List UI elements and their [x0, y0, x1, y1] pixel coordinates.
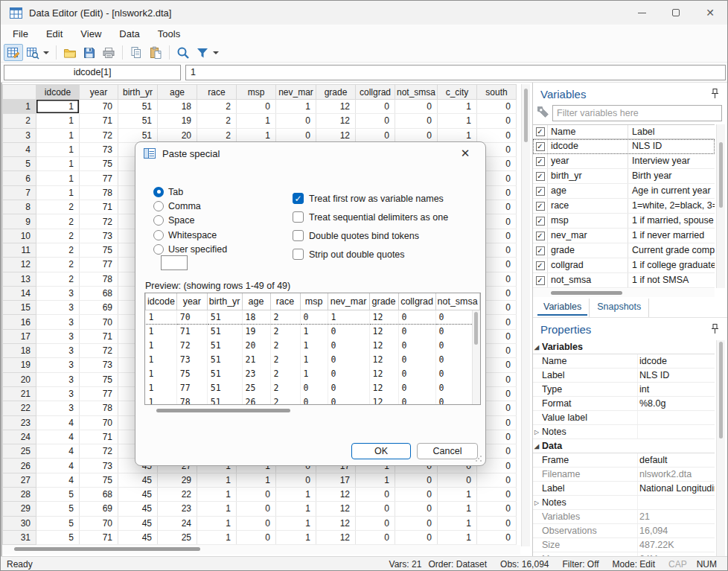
grid-cell[interactable]: 73	[80, 142, 118, 156]
find-button[interactable]	[173, 44, 193, 61]
grid-cell[interactable]: 1	[36, 185, 80, 200]
wrench-icon[interactable]	[537, 106, 550, 119]
variable-checkbox[interactable]: ✓	[536, 172, 545, 181]
variable-checkbox-cell[interactable]: ✓	[533, 273, 548, 287]
grid-cell[interactable]: 17	[316, 473, 356, 487]
column-header-msp[interactable]: msp	[237, 85, 276, 100]
grid-cell[interactable]: 3	[36, 344, 80, 358]
grid-cell[interactable]: 1	[438, 488, 477, 502]
ok-button[interactable]: OK	[351, 443, 411, 459]
variable-row-collgrad[interactable]: ✓collgrad1 if college graduate	[533, 258, 715, 273]
row-header[interactable]: 16	[3, 315, 36, 329]
column-header-south[interactable]: south	[477, 85, 517, 100]
variable-checkbox[interactable]: ✓	[536, 261, 545, 270]
grid-cell[interactable]: 0	[237, 488, 276, 502]
grid-cell[interactable]: 70	[80, 100, 118, 114]
expand-triangle-icon[interactable]: ▷	[533, 429, 542, 436]
row-header[interactable]: 25	[3, 444, 36, 459]
grid-cell[interactable]: 12	[316, 128, 356, 142]
variable-checkbox-cell[interactable]: ✓	[533, 199, 548, 213]
grid-cell[interactable]: 3	[36, 386, 80, 401]
grid-cell[interactable]: 71	[80, 530, 118, 544]
grid-cell[interactable]: 4	[36, 473, 80, 487]
column-header-grade[interactable]: grade	[316, 85, 356, 100]
grid-cell[interactable]: 72	[80, 444, 118, 459]
grid-cell[interactable]: 71	[80, 114, 118, 128]
row-header[interactable]: 5	[3, 157, 36, 171]
grid-cell[interactable]: 68	[80, 488, 118, 502]
variables-horizontal-scrollbar[interactable]	[533, 289, 715, 297]
grid-cell[interactable]: 5	[36, 502, 80, 516]
row-header[interactable]: 20	[3, 372, 36, 386]
grid-cell[interactable]: 1	[36, 128, 80, 142]
variable-checkbox-cell[interactable]: ✓	[533, 214, 548, 228]
preview-horizontal-scrollbar[interactable]	[144, 406, 481, 415]
row-header[interactable]: 3	[3, 128, 36, 142]
scroll-thumb[interactable]	[524, 89, 528, 142]
grid-cell[interactable]: 1	[356, 473, 395, 487]
variable-checkbox[interactable]: ✓	[536, 202, 545, 211]
cancel-button[interactable]: Cancel	[417, 443, 478, 459]
grid-cell[interactable]: 0	[477, 530, 517, 544]
grid-cell[interactable]: 2	[36, 258, 80, 272]
filter-dropdown-caret[interactable]	[213, 51, 219, 54]
variable-checkbox-cell[interactable]: ✓	[533, 258, 548, 272]
grid-cell[interactable]: 1	[197, 473, 237, 487]
grid-cell[interactable]: 78	[80, 272, 118, 286]
paste-option[interactable]: Double quotes bind tokens	[293, 226, 448, 245]
checkbox[interactable]	[293, 211, 304, 223]
column-header-year[interactable]: year	[80, 85, 118, 100]
row-header[interactable]: 10	[3, 229, 36, 243]
collapse-triangle-icon[interactable]: ◢	[533, 443, 542, 450]
browse-data-button[interactable]	[23, 44, 42, 61]
column-header-not_smsa[interactable]: not_smsa	[395, 85, 438, 100]
grid-cell[interactable]: 0	[356, 502, 395, 516]
grid-cell[interactable]: 68	[80, 286, 118, 300]
column-header-race[interactable]: race	[197, 85, 237, 100]
variable-checkbox[interactable]: ✓	[536, 276, 545, 285]
scroll-thumb[interactable]	[719, 342, 723, 438]
variable-checkbox-cell[interactable]: ✓	[533, 169, 548, 183]
variable-checkbox[interactable]: ✓	[536, 142, 545, 151]
grid-cell[interactable]: 2	[197, 114, 237, 128]
grid-cell[interactable]: 4	[36, 459, 80, 473]
property-value[interactable]	[637, 425, 715, 438]
grid-cell[interactable]: 45	[118, 473, 158, 487]
grid-cell[interactable]: 77	[80, 171, 118, 185]
column-header-collgrad[interactable]: collgrad	[356, 85, 395, 100]
row-header[interactable]: 7	[3, 185, 36, 200]
dialog-resize-grip[interactable]	[474, 454, 482, 462]
property-section-variables[interactable]: ◢Variables	[533, 340, 715, 354]
print-button[interactable]	[99, 44, 118, 61]
grid-cell[interactable]: 72	[80, 128, 118, 142]
paste-option[interactable]: Treat sequential delimiters as one	[293, 208, 448, 226]
variable-row-nev_mar[interactable]: ✓nev_mar1 if never married	[533, 229, 715, 243]
property-section-data[interactable]: ◢Data	[533, 439, 715, 453]
minimize-button[interactable]	[625, 1, 659, 25]
select-all-checkbox[interactable]: ✓	[536, 127, 545, 136]
grid-horizontal-scrollbar[interactable]	[2, 545, 520, 555]
grid-cell[interactable]: 77	[80, 386, 118, 401]
grid-cell[interactable]: 1	[438, 100, 477, 114]
delimiter-option-space[interactable]: Space	[153, 214, 227, 228]
grid-cell[interactable]: 3	[36, 315, 80, 329]
variable-checkbox-cell[interactable]: ✓	[533, 184, 548, 198]
radio-button[interactable]	[153, 244, 164, 255]
grid-cell[interactable]: 0	[356, 488, 395, 502]
property-value[interactable]: idcode	[637, 354, 715, 368]
grid-cell[interactable]: 78	[80, 185, 118, 200]
paste-option[interactable]: Strip out double quotes	[293, 245, 448, 264]
menu-data[interactable]: Data	[110, 26, 148, 42]
grid-cell[interactable]: 5	[36, 488, 80, 502]
grid-cell[interactable]: 73	[80, 459, 118, 473]
row-header[interactable]: 21	[3, 386, 36, 401]
user-specified-delimiter-input[interactable]	[161, 255, 188, 270]
row-header[interactable]: 6	[3, 171, 36, 185]
grid-cell[interactable]: 75	[80, 372, 118, 386]
grid-cell[interactable]: 51	[118, 100, 158, 114]
grid-cell[interactable]: 4	[36, 415, 80, 430]
property-value[interactable]: %8.0g	[637, 397, 715, 410]
grid-cell[interactable]: 25	[158, 530, 197, 544]
grid-cell[interactable]: 69	[80, 502, 118, 516]
grid-cell[interactable]: 72	[80, 344, 118, 358]
